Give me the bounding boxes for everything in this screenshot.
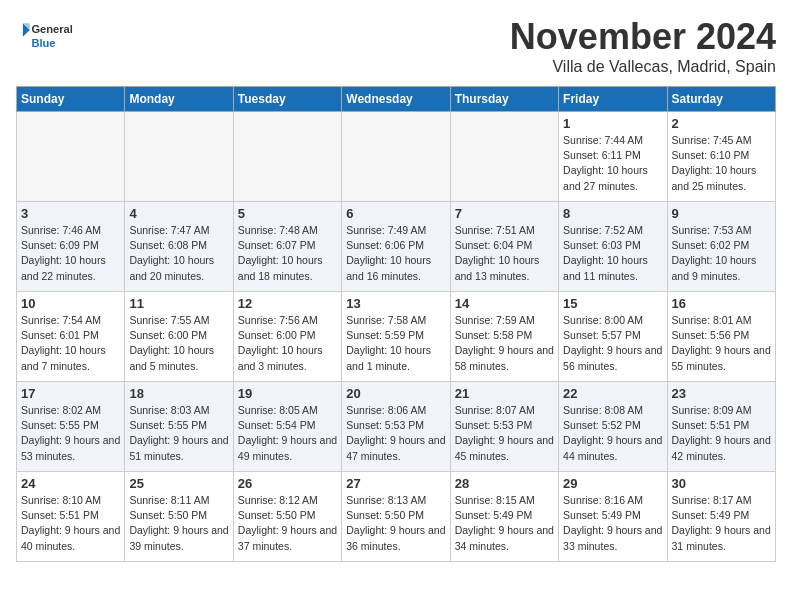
- day-number: 7: [455, 206, 554, 221]
- day-info: Sunrise: 7:53 AM Sunset: 6:02 PM Dayligh…: [672, 223, 771, 284]
- calendar-cell: 28Sunrise: 8:15 AM Sunset: 5:49 PM Dayli…: [450, 472, 558, 562]
- col-header-monday: Monday: [125, 87, 233, 112]
- day-info: Sunrise: 7:54 AM Sunset: 6:01 PM Dayligh…: [21, 313, 120, 374]
- day-number: 27: [346, 476, 445, 491]
- day-info: Sunrise: 8:08 AM Sunset: 5:52 PM Dayligh…: [563, 403, 662, 464]
- calendar-cell: 10Sunrise: 7:54 AM Sunset: 6:01 PM Dayli…: [17, 292, 125, 382]
- calendar-cell: [342, 112, 450, 202]
- svg-text:Blue: Blue: [31, 37, 55, 49]
- month-title: November 2024: [510, 16, 776, 58]
- col-header-tuesday: Tuesday: [233, 87, 341, 112]
- calendar-cell: [450, 112, 558, 202]
- calendar-cell: 18Sunrise: 8:03 AM Sunset: 5:55 PM Dayli…: [125, 382, 233, 472]
- col-header-thursday: Thursday: [450, 87, 558, 112]
- location: Villa de Vallecas, Madrid, Spain: [510, 58, 776, 76]
- day-number: 29: [563, 476, 662, 491]
- logo-svg: General Blue: [16, 16, 76, 56]
- day-number: 14: [455, 296, 554, 311]
- day-number: 9: [672, 206, 771, 221]
- calendar-cell: 23Sunrise: 8:09 AM Sunset: 5:51 PM Dayli…: [667, 382, 775, 472]
- day-info: Sunrise: 7:48 AM Sunset: 6:07 PM Dayligh…: [238, 223, 337, 284]
- day-number: 6: [346, 206, 445, 221]
- calendar-cell: 24Sunrise: 8:10 AM Sunset: 5:51 PM Dayli…: [17, 472, 125, 562]
- day-info: Sunrise: 7:45 AM Sunset: 6:10 PM Dayligh…: [672, 133, 771, 194]
- calendar-cell: 30Sunrise: 8:17 AM Sunset: 5:49 PM Dayli…: [667, 472, 775, 562]
- day-info: Sunrise: 8:13 AM Sunset: 5:50 PM Dayligh…: [346, 493, 445, 554]
- day-number: 3: [21, 206, 120, 221]
- calendar-cell: 26Sunrise: 8:12 AM Sunset: 5:50 PM Dayli…: [233, 472, 341, 562]
- col-header-wednesday: Wednesday: [342, 87, 450, 112]
- day-number: 19: [238, 386, 337, 401]
- calendar-cell: [233, 112, 341, 202]
- day-info: Sunrise: 8:16 AM Sunset: 5:49 PM Dayligh…: [563, 493, 662, 554]
- day-info: Sunrise: 7:52 AM Sunset: 6:03 PM Dayligh…: [563, 223, 662, 284]
- calendar-cell: [125, 112, 233, 202]
- day-number: 5: [238, 206, 337, 221]
- day-number: 25: [129, 476, 228, 491]
- calendar-cell: 19Sunrise: 8:05 AM Sunset: 5:54 PM Dayli…: [233, 382, 341, 472]
- day-info: Sunrise: 8:06 AM Sunset: 5:53 PM Dayligh…: [346, 403, 445, 464]
- day-number: 8: [563, 206, 662, 221]
- day-info: Sunrise: 8:07 AM Sunset: 5:53 PM Dayligh…: [455, 403, 554, 464]
- day-info: Sunrise: 8:02 AM Sunset: 5:55 PM Dayligh…: [21, 403, 120, 464]
- day-number: 10: [21, 296, 120, 311]
- calendar-cell: 11Sunrise: 7:55 AM Sunset: 6:00 PM Dayli…: [125, 292, 233, 382]
- calendar-table: SundayMondayTuesdayWednesdayThursdayFrid…: [16, 86, 776, 562]
- day-info: Sunrise: 7:56 AM Sunset: 6:00 PM Dayligh…: [238, 313, 337, 374]
- day-info: Sunrise: 8:10 AM Sunset: 5:51 PM Dayligh…: [21, 493, 120, 554]
- calendar-cell: 1Sunrise: 7:44 AM Sunset: 6:11 PM Daylig…: [559, 112, 667, 202]
- calendar-cell: 15Sunrise: 8:00 AM Sunset: 5:57 PM Dayli…: [559, 292, 667, 382]
- day-info: Sunrise: 7:47 AM Sunset: 6:08 PM Dayligh…: [129, 223, 228, 284]
- day-info: Sunrise: 8:12 AM Sunset: 5:50 PM Dayligh…: [238, 493, 337, 554]
- day-number: 12: [238, 296, 337, 311]
- calendar-cell: 27Sunrise: 8:13 AM Sunset: 5:50 PM Dayli…: [342, 472, 450, 562]
- calendar-cell: 29Sunrise: 8:16 AM Sunset: 5:49 PM Dayli…: [559, 472, 667, 562]
- day-info: Sunrise: 7:51 AM Sunset: 6:04 PM Dayligh…: [455, 223, 554, 284]
- calendar-cell: 9Sunrise: 7:53 AM Sunset: 6:02 PM Daylig…: [667, 202, 775, 292]
- day-number: 4: [129, 206, 228, 221]
- day-info: Sunrise: 8:15 AM Sunset: 5:49 PM Dayligh…: [455, 493, 554, 554]
- day-info: Sunrise: 7:58 AM Sunset: 5:59 PM Dayligh…: [346, 313, 445, 374]
- calendar-cell: 6Sunrise: 7:49 AM Sunset: 6:06 PM Daylig…: [342, 202, 450, 292]
- col-header-sunday: Sunday: [17, 87, 125, 112]
- calendar-cell: 5Sunrise: 7:48 AM Sunset: 6:07 PM Daylig…: [233, 202, 341, 292]
- day-number: 26: [238, 476, 337, 491]
- logo: General Blue: [16, 16, 76, 56]
- day-number: 1: [563, 116, 662, 131]
- day-number: 24: [21, 476, 120, 491]
- calendar-cell: 14Sunrise: 7:59 AM Sunset: 5:58 PM Dayli…: [450, 292, 558, 382]
- day-info: Sunrise: 7:46 AM Sunset: 6:09 PM Dayligh…: [21, 223, 120, 284]
- day-number: 28: [455, 476, 554, 491]
- day-number: 18: [129, 386, 228, 401]
- day-number: 15: [563, 296, 662, 311]
- day-info: Sunrise: 8:11 AM Sunset: 5:50 PM Dayligh…: [129, 493, 228, 554]
- day-info: Sunrise: 8:09 AM Sunset: 5:51 PM Dayligh…: [672, 403, 771, 464]
- day-info: Sunrise: 8:01 AM Sunset: 5:56 PM Dayligh…: [672, 313, 771, 374]
- day-number: 13: [346, 296, 445, 311]
- day-info: Sunrise: 8:05 AM Sunset: 5:54 PM Dayligh…: [238, 403, 337, 464]
- day-number: 30: [672, 476, 771, 491]
- day-info: Sunrise: 7:44 AM Sunset: 6:11 PM Dayligh…: [563, 133, 662, 194]
- calendar-cell: 21Sunrise: 8:07 AM Sunset: 5:53 PM Dayli…: [450, 382, 558, 472]
- day-info: Sunrise: 7:55 AM Sunset: 6:00 PM Dayligh…: [129, 313, 228, 374]
- day-info: Sunrise: 7:49 AM Sunset: 6:06 PM Dayligh…: [346, 223, 445, 284]
- calendar-cell: 3Sunrise: 7:46 AM Sunset: 6:09 PM Daylig…: [17, 202, 125, 292]
- calendar-cell: 7Sunrise: 7:51 AM Sunset: 6:04 PM Daylig…: [450, 202, 558, 292]
- col-header-friday: Friday: [559, 87, 667, 112]
- col-header-saturday: Saturday: [667, 87, 775, 112]
- day-info: Sunrise: 8:03 AM Sunset: 5:55 PM Dayligh…: [129, 403, 228, 464]
- title-area: November 2024 Villa de Vallecas, Madrid,…: [510, 16, 776, 76]
- calendar-cell: 8Sunrise: 7:52 AM Sunset: 6:03 PM Daylig…: [559, 202, 667, 292]
- day-number: 2: [672, 116, 771, 131]
- day-info: Sunrise: 7:59 AM Sunset: 5:58 PM Dayligh…: [455, 313, 554, 374]
- day-number: 22: [563, 386, 662, 401]
- day-number: 11: [129, 296, 228, 311]
- calendar-cell: 20Sunrise: 8:06 AM Sunset: 5:53 PM Dayli…: [342, 382, 450, 472]
- calendar-cell: 17Sunrise: 8:02 AM Sunset: 5:55 PM Dayli…: [17, 382, 125, 472]
- day-info: Sunrise: 8:17 AM Sunset: 5:49 PM Dayligh…: [672, 493, 771, 554]
- calendar-cell: 2Sunrise: 7:45 AM Sunset: 6:10 PM Daylig…: [667, 112, 775, 202]
- header: General Blue November 2024 Villa de Vall…: [16, 16, 776, 76]
- calendar-cell: 13Sunrise: 7:58 AM Sunset: 5:59 PM Dayli…: [342, 292, 450, 382]
- calendar-cell: 4Sunrise: 7:47 AM Sunset: 6:08 PM Daylig…: [125, 202, 233, 292]
- calendar-cell: 16Sunrise: 8:01 AM Sunset: 5:56 PM Dayli…: [667, 292, 775, 382]
